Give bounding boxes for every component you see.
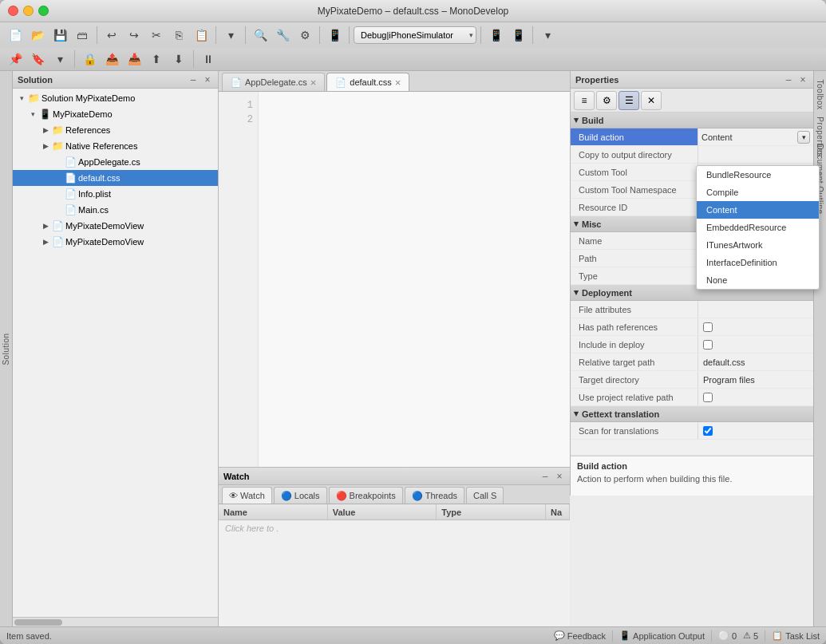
tree-item-mypixatedemo[interactable]: ▾ 📱 MyPixateDemo	[13, 106, 218, 122]
bottom-tab-watch[interactable]: 👁 Watch	[222, 487, 272, 504]
open-btn[interactable]: 📂	[27, 25, 48, 45]
copy-to-output-value[interactable]	[698, 146, 813, 163]
tree-item-infoplist[interactable]: 📄 Info.plist	[13, 186, 218, 202]
search-btn[interactable]: 🔍	[250, 25, 271, 45]
dropdown-item-content[interactable]: Content	[697, 201, 819, 219]
minimize-button[interactable]	[23, 6, 34, 16]
include-in-deploy-value[interactable]	[698, 336, 813, 353]
device-icon-btn1[interactable]: 📱	[485, 25, 506, 45]
tools-btn1[interactable]: 🔧	[272, 25, 293, 45]
tree-item-native-references[interactable]: ▶ 📁 Native References	[13, 138, 218, 154]
tree-toggle-mypixatedemoview1[interactable]: ▶	[40, 220, 51, 231]
status-app-output[interactable]: 📱 Application Output	[619, 630, 705, 641]
secondary-btn3[interactable]: ▾	[49, 49, 70, 69]
dropdown-item-bundleresource[interactable]: BundleResource	[697, 166, 819, 184]
bottom-tab-locals[interactable]: 🔵 Locals	[274, 487, 327, 504]
cut-btn[interactable]: ✂	[146, 25, 167, 45]
secondary-btn7[interactable]: ⬆	[146, 49, 167, 69]
bottom-tab-threads[interactable]: 🔵 Threads	[405, 487, 464, 504]
custom-tool-namespace-label: Custom Tool Namespace	[571, 181, 698, 198]
tree-item-references[interactable]: ▶ 📁 References	[13, 122, 218, 138]
new-file-btn[interactable]: 📄	[5, 25, 26, 45]
tree-item-mypixatedemoview1[interactable]: ▶ 📄 MyPixateDemoView	[13, 218, 218, 234]
editor-content[interactable]	[259, 92, 570, 467]
status-warnings[interactable]: ⚠ 5	[743, 630, 758, 641]
include-in-deploy-checkbox[interactable]	[703, 340, 713, 350]
secondary-btn6[interactable]: 📥	[124, 49, 144, 69]
resource-id-label-text: Resource ID	[579, 203, 627, 212]
device-btn[interactable]: 📱	[324, 25, 345, 45]
tree-toggle-mypixatedemoview2[interactable]: ▶	[40, 236, 51, 247]
tools-btn2[interactable]: ⚙	[294, 25, 315, 45]
properties-minimize-btn[interactable]: –	[783, 74, 794, 85]
dropdown-item-none[interactable]: None	[697, 271, 819, 289]
status-feedback[interactable]: 💬 Feedback	[554, 630, 606, 641]
tree-toggle-references[interactable]: ▶	[40, 124, 51, 136]
bottom-tab-callstack[interactable]: Call S	[466, 487, 504, 504]
redo-btn[interactable]: ↪	[124, 25, 144, 45]
watch-click-here[interactable]: Click here to .	[219, 520, 570, 536]
config-dropdown[interactable]: Debug|iPhoneSimulator Release|iPhoneSimu…	[354, 26, 476, 44]
status-task-list[interactable]: 📋 Task List	[772, 630, 820, 641]
secondary-btn2[interactable]: 🔖	[27, 49, 48, 69]
overflow2-btn[interactable]: ▾	[537, 25, 558, 45]
tab-appdelegate[interactable]: 📄 AppDelegate.cs ×	[222, 73, 325, 91]
tree-item-defaultcss[interactable]: 📄 default.css	[13, 170, 218, 186]
maximize-button[interactable]	[38, 6, 49, 16]
status-errors[interactable]: ⚪ 0	[718, 630, 737, 641]
tree-item-mypixatedemoview2[interactable]: ▶ 📄 MyPixateDemoView	[13, 234, 218, 250]
right-sidebar-toolbox[interactable]: Toolbox	[816, 80, 824, 110]
use-project-relative-path-value[interactable]	[698, 389, 813, 405]
solution-scrollbar[interactable]	[13, 617, 218, 626]
tab-appdelegate-close[interactable]: ×	[310, 77, 317, 88]
target-directory-value[interactable]: Program files	[698, 371, 813, 388]
device-icon-btn2[interactable]: 📱	[508, 25, 528, 45]
paste-btn[interactable]: 📋	[191, 25, 211, 45]
bottom-close-btn[interactable]: ×	[554, 471, 565, 482]
solution-close-btn[interactable]: ×	[202, 74, 213, 85]
secondary-btn9[interactable]: ⏸	[198, 49, 219, 69]
save-all-btn[interactable]: 🗃	[72, 25, 93, 45]
tree-item-appdelegate[interactable]: 📄 AppDelegate.cs	[13, 154, 218, 170]
has-path-references-checkbox[interactable]	[703, 322, 713, 332]
bottom-minimize-btn[interactable]: –	[539, 471, 551, 482]
scan-for-translations-value[interactable]	[698, 422, 813, 439]
dropdown-item-compile[interactable]: Compile	[697, 184, 819, 201]
dropdown-item-interfacedefinition[interactable]: InterfaceDefinition	[697, 254, 819, 271]
build-section-header[interactable]: ▾ Build	[571, 113, 813, 128]
properties-close-btn[interactable]: ×	[797, 74, 808, 85]
overflow-btn[interactable]: ▾	[220, 25, 241, 45]
solution-scrollbar-thumb[interactable]	[14, 619, 62, 626]
has-path-references-value[interactable]	[698, 318, 813, 335]
secondary-btn5[interactable]: 📤	[101, 49, 122, 69]
prop-toolbar-list-btn[interactable]: ☰	[619, 91, 639, 110]
secondary-btn1[interactable]: 📌	[5, 49, 26, 69]
copy-btn[interactable]: ⎘	[168, 25, 189, 45]
config-dropdown-wrapper[interactable]: Debug|iPhoneSimulator Release|iPhoneSimu…	[354, 26, 476, 44]
use-project-relative-path-checkbox[interactable]	[703, 393, 713, 402]
file-attributes-value[interactable]	[698, 301, 813, 318]
prop-toolbar-close-btn[interactable]: ✕	[641, 91, 662, 110]
tree-toggle-solution-root[interactable]: ▾	[16, 93, 27, 104]
gettext-section-header[interactable]: ▾ Gettext translation	[571, 406, 813, 422]
bottom-tab-breakpoints[interactable]: 🔴 Breakpoints	[329, 487, 403, 504]
tree-toggle-native-references[interactable]: ▶	[40, 140, 51, 152]
tree-toggle-mypixatedemo[interactable]: ▾	[27, 109, 38, 120]
relative-target-path-value[interactable]: default.css	[698, 354, 813, 370]
prop-toolbar-build-btn[interactable]: ≡	[574, 91, 595, 110]
scan-for-translations-checkbox[interactable]	[703, 426, 713, 436]
build-action-dropdown-arrow[interactable]: ▾	[797, 131, 810, 144]
secondary-btn8[interactable]: ⬇	[168, 49, 189, 69]
undo-btn[interactable]: ↩	[101, 25, 122, 45]
prop-toolbar-settings-btn[interactable]: ⚙	[596, 91, 617, 110]
tab-defaultcss-close[interactable]: ×	[395, 77, 401, 88]
tree-item-solution-root[interactable]: ▾ 📁 Solution MyPixateDemo	[13, 90, 218, 106]
dropdown-item-embeddedresource[interactable]: EmbeddedResource	[697, 219, 819, 236]
solution-minimize-btn[interactable]: –	[188, 74, 199, 85]
tab-defaultcss[interactable]: 📄 default.css ×	[326, 73, 409, 91]
close-button[interactable]	[8, 6, 18, 16]
dropdown-item-itunesartwork[interactable]: ITunesArtwork	[697, 236, 819, 254]
secondary-btn4[interactable]: 🔒	[79, 49, 100, 69]
tree-item-maincs[interactable]: 📄 Main.cs	[13, 202, 218, 218]
save-btn[interactable]: 💾	[49, 25, 70, 45]
